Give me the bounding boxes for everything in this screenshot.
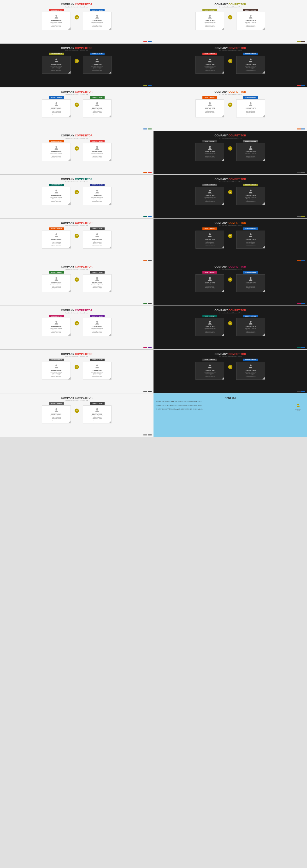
svg-point-28: [56, 321, 57, 322]
your-company-label: YOUR COMPANY: [202, 96, 217, 99]
svg-point-34: [209, 365, 211, 366]
slide-title-15: COMPANY COMPETITOR: [61, 308, 92, 312]
company-text: COMPANY: [61, 221, 75, 224]
slide-3: COMPANY COMPETITOR Nunc Enim Sem Commodo…: [0, 44, 154, 87]
slide-13: COMPANY COMPETITOR Nunc Enim Sem Commodo…: [0, 262, 154, 306]
card-company-title-left: COMPANY INFO: [205, 282, 215, 284]
svg-point-9: [96, 102, 98, 104]
competitor-text: COMPETITOR: [229, 90, 246, 93]
competitor-text: COMPETITOR: [229, 3, 246, 6]
slide-title-13: COMPANY COMPETITOR: [61, 264, 92, 269]
card-company-title-left: COMPANY INFO: [51, 64, 61, 65]
copyright-title: 저작권 공고: [157, 396, 304, 399]
company-name-label: COMPANY NAME: [243, 96, 258, 99]
person-icon-left: [207, 58, 212, 63]
person-icon-right: [248, 145, 253, 151]
your-company-label: YOUR COMPANY: [49, 53, 64, 55]
card-info-left: Lorem ipsum ut, lorem erat.Dolor sit con…: [204, 372, 216, 377]
slide-16: COMPANY COMPETITOR Nunc Enim Sem Commodo…: [154, 306, 307, 349]
svg-point-4: [56, 59, 57, 60]
company-text: COMPANY: [61, 309, 75, 312]
slide-title-gray: COMPANY COMPETITOR: [61, 395, 92, 400]
competitor-text: COMPETITOR: [75, 46, 93, 50]
competitor-text: COMPETITOR: [75, 90, 93, 93]
competitor-text: COMPETITOR: [229, 178, 246, 181]
company-name-label: COMPANY NAME: [90, 315, 104, 317]
svg-point-1: [96, 15, 98, 17]
company-name-label: COMPANY NAME: [243, 227, 258, 230]
company-name-label: COMPANY NAME: [243, 9, 258, 11]
slide-title-10: COMPANY COMPETITOR: [214, 177, 246, 181]
company-text: COMPANY: [214, 221, 228, 224]
svg-point-20: [56, 234, 57, 235]
person-icon-left: [207, 364, 212, 369]
card-info-right: Lorem ipsum ut, lorem erat.Dolor sit con…: [245, 109, 257, 115]
person-icon-right: [248, 364, 253, 369]
slide-row-7: COMPANY COMPETITOR Nunc Enim Sem Commodo…: [0, 262, 307, 306]
company-text: COMPANY: [214, 265, 228, 268]
svg-point-11: [250, 102, 251, 104]
person-icon-left: [207, 233, 212, 238]
card-company-title-left: COMPANY INFO: [205, 195, 215, 196]
person-icon-left: [54, 58, 59, 63]
slide-7: COMPANY COMPETITOR Nunc Enim Sem Commodo…: [0, 131, 154, 174]
slide-subtitle: Nunc Enim Sem Commodo & Rhoncus Dt Amet: [219, 356, 241, 358]
person-icon-left: [54, 189, 59, 194]
slide-subtitle: Nunc Enim Sem Commodo & Rhoncus Dt Amet: [65, 94, 88, 95]
your-company-label: YOUR COMPANY: [202, 184, 217, 186]
slide-row-6: COMPANY COMPETITOR Nunc Enim Sem Commodo…: [0, 219, 307, 262]
your-company-label: YOUR COMPANY: [49, 402, 64, 405]
svg-point-24: [56, 277, 57, 279]
slide-footer: [297, 128, 305, 129]
slide-row-3: COMPANY COMPETITOR Nunc Enim Sem Commodo…: [0, 87, 307, 131]
person-icon-right: [95, 102, 100, 107]
competitor-text: COMPETITOR: [229, 352, 246, 355]
your-company-label: YOUR COMPANY: [49, 227, 64, 230]
slide-row-4: COMPANY COMPETITOR Nunc Enim Sem Commodo…: [0, 131, 307, 175]
competitor-text: COMPETITOR: [229, 309, 246, 312]
slide-row-5: COMPANY COMPETITOR Nunc Enim Sem Commodo…: [0, 175, 307, 219]
card-info-right: Lorem ipsum ut, lorem erat.Dolor sit con…: [245, 240, 257, 246]
person-icon-right: [95, 233, 100, 238]
slide-footer: [297, 303, 305, 304]
slide-title-6: COMPANY COMPETITOR: [214, 89, 246, 94]
company-name-label: COMPANY NAME: [90, 271, 104, 274]
person-icon-right: [95, 408, 100, 413]
slide-title-1: COMPANY COMPETITOR: [61, 2, 92, 6]
slide-subtitle: Nunc Enim Sem Commodo & Rhoncus Dt Amet: [219, 137, 241, 139]
slide-footer: [143, 41, 151, 42]
svg-point-13: [96, 146, 98, 148]
card-company-title-left: COMPANY INFO: [205, 370, 215, 371]
company-text: COMPANY: [214, 178, 228, 181]
card-company-title-right: COMPANY INFO: [92, 195, 102, 196]
card-info-right: Lorem ipsum ut, lorem erat.Dolor sit con…: [91, 66, 103, 71]
copyright-slide: 저작권 공고 이 작품은 저작권법에 따라 보호를 받는 저작물이므로 무단전재…: [154, 394, 307, 437]
your-company-label: YOUR COMPANY: [49, 96, 64, 99]
slide-subtitle: Nunc Enim Sem Commodo & Rhoncus Dt Amet: [65, 400, 88, 401]
slide-subtitle: Nunc Enim Sem Commodo & Rhoncus Dt Amet: [219, 181, 241, 183]
card-info-right: Lorem ipsum ut, lorem erat.Dolor sit con…: [245, 372, 257, 377]
card-info-right: Lorem ipsum ut, lorem erat.Dolor sit con…: [91, 284, 103, 289]
card-company-title-right: COMPANY INFO: [92, 151, 102, 153]
slide-footer: [297, 85, 305, 86]
company-text: COMPANY: [214, 90, 228, 93]
card-company-title-right: COMPANY INFO: [246, 20, 256, 21]
card-info-left: Lorem ipsum ut, lorem erat.Dolor sit con…: [50, 415, 62, 421]
person-icon-right: [248, 233, 253, 238]
slide-subtitle: Nunc Enim Sem Commodo & Rhoncus Dt Amet: [219, 225, 241, 226]
svg-point-7: [250, 59, 251, 60]
slide-footer: [297, 216, 305, 217]
svg-point-23: [250, 234, 251, 235]
card-info-left: Lorem ipsum ut, lorem erat.Dolor sit con…: [204, 240, 216, 246]
card-info-left: Lorem ipsum ut, lorem erat.Dolor sit con…: [204, 284, 216, 289]
slide-15: COMPANY COMPETITOR Nunc Enim Sem Commodo…: [0, 306, 154, 349]
person-icon-right: [95, 145, 100, 151]
card-info-left: Lorem ipsum ut, lorem erat.Dolor sit con…: [204, 197, 216, 202]
slide-subtitle: Nunc Enim Sem Commodo & Rhoncus Dt Amet: [219, 50, 241, 52]
slide-subtitle: Nunc Enim Sem Commodo & Rhoncus Dt Amet: [219, 312, 241, 314]
slide-footer: [297, 41, 305, 42]
card-info-right: Lorem ipsum ut, lorem erat.Dolor sit con…: [91, 372, 103, 377]
slide-footer: [143, 303, 151, 304]
svg-point-21: [96, 234, 98, 235]
slide-footer: [297, 172, 305, 173]
